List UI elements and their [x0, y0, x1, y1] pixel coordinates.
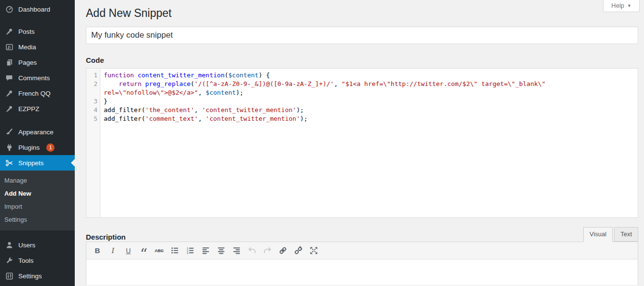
- editor-mode-tabs: Visual Text: [583, 227, 638, 242]
- submenu-item-settings[interactable]: Settings: [0, 213, 75, 226]
- description-section-label: Description: [86, 232, 126, 242]
- comments-icon: [5, 73, 14, 82]
- main-content: Help ▼ Add New Snippet Code 1function co…: [75, 0, 644, 286]
- code-editor-lines: 1function content_twitter_mention($conte…: [86, 69, 638, 123]
- align-left-button[interactable]: [199, 244, 212, 257]
- description-toolbar: B I U “ ABC 123: [86, 242, 638, 259]
- line-number: 5: [86, 114, 100, 123]
- line-number: 3: [86, 97, 100, 106]
- svg-text:3: 3: [186, 251, 188, 255]
- help-button[interactable]: Help ▼: [603, 0, 640, 12]
- strikethrough-button[interactable]: ABC: [152, 244, 166, 257]
- description-content-area[interactable]: [86, 259, 638, 285]
- page-title: Add New Snippet: [75, 0, 644, 20]
- fullscreen-button[interactable]: [307, 244, 320, 257]
- redo-button[interactable]: [260, 244, 274, 257]
- sidebar-item-media[interactable]: Media: [0, 39, 75, 55]
- code-line[interactable]: 3}: [86, 97, 638, 106]
- snippets-submenu: Manage Add New Import Settings: [0, 171, 75, 230]
- sidebar-item-ezppz[interactable]: EZPPZ: [0, 101, 75, 116]
- sidebar-item-label: Appearance: [18, 129, 54, 136]
- description-header-row: Description Visual Text: [86, 227, 638, 242]
- sidebar-item-french-qq[interactable]: French QQ: [0, 86, 75, 101]
- code-line[interactable]: 4add_filter('the_content', 'content_twit…: [86, 106, 638, 114]
- submenu-item-add-new[interactable]: Add New: [0, 187, 75, 200]
- numbered-list-button[interactable]: 123: [183, 244, 197, 257]
- align-right-button[interactable]: [230, 244, 243, 257]
- admin-sidebar: Dashboard Posts Media Pages Comments Fre…: [0, 0, 75, 286]
- sidebar-item-settings[interactable]: Settings: [0, 268, 75, 284]
- sidebar-item-label: Pages: [18, 59, 37, 66]
- pushpin-icon: [5, 89, 14, 98]
- user-icon: [5, 241, 14, 249]
- sidebar-item-appearance[interactable]: Appearance: [0, 124, 75, 140]
- code-line[interactable]: 1function content_twitter_mention($conte…: [86, 71, 638, 80]
- submenu-item-import[interactable]: Import: [0, 200, 75, 213]
- sidebar-item-label: Dashboard: [18, 6, 50, 13]
- undo-button[interactable]: [245, 244, 259, 257]
- sidebar-item-dashboard[interactable]: Dashboard: [0, 1, 75, 17]
- sliders-icon: [5, 272, 14, 280]
- wrench-icon: [5, 256, 14, 265]
- sidebar-item-users[interactable]: Users: [0, 237, 75, 253]
- dashboard-icon: [5, 5, 14, 14]
- sidebar-item-label: EZPPZ: [18, 105, 40, 113]
- sidebar-item-label: French QQ: [18, 90, 51, 97]
- insert-link-button[interactable]: [276, 244, 289, 257]
- brush-icon: [5, 128, 14, 136]
- code-line[interactable]: 2 return preg_replace('/([^a-zA-Z0-9-_&]…: [86, 80, 638, 97]
- underline-button[interactable]: U: [122, 244, 135, 257]
- sidebar-item-label: Snippets: [18, 159, 44, 167]
- plugins-update-badge: 1: [46, 143, 55, 152]
- pages-icon: [5, 58, 14, 67]
- tab-text[interactable]: Text: [614, 227, 638, 242]
- media-icon: [5, 43, 14, 51]
- blockquote-button[interactable]: “: [137, 244, 151, 257]
- snippet-title-input[interactable]: [86, 27, 638, 44]
- scissors-icon: [5, 158, 14, 167]
- sidebar-item-plugins[interactable]: Plugins 1: [0, 140, 75, 155]
- bulleted-list-button[interactable]: [168, 244, 181, 257]
- description-editor: B I U “ ABC 123: [86, 242, 638, 285]
- pushpin-icon: [5, 104, 14, 113]
- remove-link-button[interactable]: [291, 244, 305, 257]
- sidebar-item-tools[interactable]: Tools: [0, 253, 75, 268]
- code-section-label: Code: [86, 56, 644, 65]
- sidebar-item-label: Plugins: [18, 144, 40, 151]
- sidebar-item-label: Tools: [18, 257, 34, 264]
- tab-visual[interactable]: Visual: [583, 227, 613, 242]
- sidebar-item-label: Settings: [18, 272, 42, 280]
- sidebar-item-label: Posts: [18, 28, 35, 35]
- line-number: 4: [86, 106, 100, 114]
- help-label: Help: [611, 2, 624, 9]
- chevron-down-icon: ▼: [627, 3, 631, 8]
- line-number: 2: [86, 80, 100, 88]
- sidebar-item-label: Media: [18, 43, 36, 51]
- sidebar-item-label: Users: [18, 242, 35, 249]
- sidebar-item-posts[interactable]: Posts: [0, 24, 75, 39]
- submenu-item-manage[interactable]: Manage: [0, 174, 75, 187]
- code-line[interactable]: 5add_filter('comment_text', 'content_twi…: [86, 114, 638, 123]
- bold-button[interactable]: B: [91, 244, 104, 257]
- sidebar-item-pages[interactable]: Pages: [0, 55, 75, 70]
- italic-button[interactable]: I: [106, 244, 120, 257]
- sidebar-item-snippets[interactable]: Snippets: [0, 155, 75, 171]
- pushpin-icon: [5, 27, 14, 36]
- align-center-button[interactable]: [214, 244, 228, 257]
- sidebar-item-comments[interactable]: Comments: [0, 70, 75, 86]
- code-editor[interactable]: 1function content_twitter_mention($conte…: [86, 68, 638, 218]
- plug-icon: [5, 143, 14, 152]
- sidebar-item-label: Comments: [18, 74, 50, 82]
- line-number: 1: [86, 71, 100, 80]
